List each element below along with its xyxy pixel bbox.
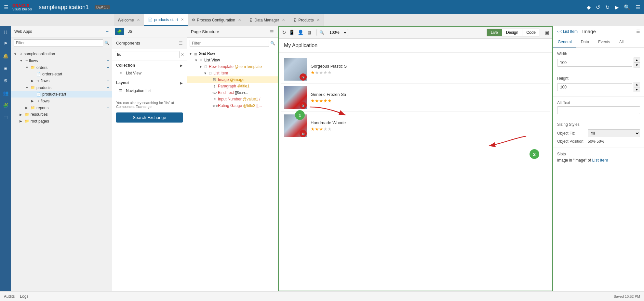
slots-link[interactable]: List Item bbox=[592, 158, 608, 163]
flows-add[interactable]: + bbox=[107, 58, 109, 63]
tab-process-config-close[interactable]: ✕ bbox=[238, 18, 241, 22]
comp-tab-components[interactable]: 🧩 bbox=[115, 28, 124, 35]
tree-item-sampleapplication[interactable]: ▼ 🖥 sampleapplication bbox=[11, 51, 112, 57]
bottom-tab-logs[interactable]: Logs bbox=[20, 294, 28, 299]
menu-icon[interactable]: ☰ bbox=[636, 4, 640, 10]
sidebar-icon-people[interactable]: 👥 bbox=[2, 89, 10, 97]
components-menu-icon[interactable]: ☰ bbox=[179, 41, 183, 46]
comp-item-nav-list[interactable]: ☰ Navigation List bbox=[116, 87, 183, 94]
ps-item-image[interactable]: 🖼 Image @image bbox=[187, 76, 278, 83]
sidebar-icon-gear[interactable]: ⚙ bbox=[2, 77, 9, 85]
ps-item-input-number[interactable]: # Input Number @value1 / bbox=[187, 96, 278, 102]
page-structure-menu-icon[interactable]: ☰ bbox=[270, 29, 274, 34]
tab-welcome[interactable]: Welcome ✕ bbox=[114, 14, 144, 26]
prop-width-down[interactable]: ▼ bbox=[634, 63, 640, 68]
sidebar-filter-input[interactable] bbox=[14, 39, 103, 46]
zoom-dropdown-icon[interactable]: ▼ bbox=[342, 30, 348, 35]
prop-tab-all[interactable]: All bbox=[615, 37, 628, 47]
tab-process-config[interactable]: ⚙ Process Configuration ✕ bbox=[188, 14, 245, 26]
refresh-icon[interactable]: ↻ bbox=[282, 30, 286, 35]
prop-height-input[interactable] bbox=[557, 83, 632, 91]
prop-width-up[interactable]: ▲ bbox=[634, 58, 640, 63]
redo-icon[interactable]: ↻ bbox=[605, 4, 610, 10]
tree-item-flows[interactable]: ▼ ⇢ flows + bbox=[11, 57, 112, 64]
ps-item-paragraph[interactable]: ¶ Paragraph @title1 bbox=[187, 83, 278, 89]
comp-item-list-view[interactable]: ≡ List View bbox=[116, 70, 183, 77]
flows-orders-add[interactable]: + bbox=[107, 78, 109, 83]
preview-sidebar-toggle[interactable]: ▣ bbox=[544, 30, 549, 35]
comp-search-input[interactable] bbox=[115, 51, 180, 58]
ps-item-list-item[interactable]: ▼ ☐ List Item bbox=[187, 70, 278, 76]
sidebar-icon-bell[interactable]: 🔔 bbox=[2, 52, 10, 60]
ps-filter-input[interactable] bbox=[190, 40, 269, 47]
sidebar-icon-puzzle[interactable]: 🧩 bbox=[2, 101, 10, 109]
back-to-list-item[interactable]: ‹ < List Item bbox=[557, 29, 578, 34]
tree-item-flows-orders[interactable]: ▶ ⇢ flows + bbox=[11, 77, 112, 84]
tab-welcome-close[interactable]: ✕ bbox=[137, 18, 140, 22]
comp-section-collection-header[interactable]: Collection ▶ bbox=[116, 63, 183, 68]
prop-tab-events[interactable]: Events bbox=[594, 37, 615, 47]
tree-arrow-flows-orders[interactable]: ▶ bbox=[31, 79, 35, 83]
tree-arrow-products[interactable]: ▼ bbox=[25, 86, 29, 89]
live-mode-button[interactable]: Live bbox=[487, 29, 502, 36]
ps-item-list-view[interactable]: ▼ ≡ List View bbox=[187, 57, 278, 63]
play-icon[interactable]: ▶ bbox=[615, 4, 619, 10]
comp-section-layout-header[interactable]: Layout ▶ bbox=[116, 81, 183, 85]
screen-icon[interactable]: 🖥 bbox=[306, 30, 311, 35]
prop-width-input[interactable] bbox=[557, 59, 632, 67]
bottom-tab-audits[interactable]: Audits bbox=[4, 294, 15, 299]
prop-tab-data[interactable]: Data bbox=[576, 37, 594, 47]
tree-item-reports[interactable]: ▶ 📁 reports + bbox=[11, 104, 112, 111]
flows-products-add[interactable]: + bbox=[107, 98, 109, 103]
user-icon[interactable]: 👤 bbox=[298, 30, 304, 35]
tree-item-orders-start[interactable]: 📄 orders-start bbox=[11, 71, 112, 77]
design-mode-button[interactable]: Design bbox=[502, 29, 522, 36]
tab-products-close[interactable]: ✕ bbox=[317, 18, 320, 22]
sidebar-add-button[interactable]: + bbox=[106, 29, 109, 34]
tab-data-manager[interactable]: 🗄 Data Manager ✕ bbox=[245, 14, 289, 26]
prop-object-fit-select[interactable]: fill contain cover none bbox=[588, 129, 640, 137]
search-icon[interactable]: 🔍 bbox=[624, 4, 630, 10]
ps-item-rating-gauge[interactable]: ★★ Rating Gauge @title2 [[... bbox=[187, 102, 278, 109]
prop-height-up[interactable]: ▲ bbox=[634, 82, 640, 87]
tab-data-manager-close[interactable]: ✕ bbox=[282, 18, 285, 22]
products-add[interactable]: + bbox=[107, 85, 109, 90]
comp-search-clear[interactable]: ✕ bbox=[181, 52, 184, 57]
prop-height-down[interactable]: ▼ bbox=[634, 87, 640, 92]
ps-item-grid-row[interactable]: ▼ ▦ Grid Row bbox=[187, 50, 278, 57]
tree-item-resources[interactable]: ▶ 📁 resources bbox=[11, 111, 112, 118]
tree-item-orders[interactable]: ▼ 📁 orders + bbox=[11, 64, 112, 71]
tree-arrow-sampleapplication[interactable]: ▼ bbox=[14, 52, 18, 56]
prop-alttext-input[interactable] bbox=[557, 106, 640, 114]
tree-item-products[interactable]: ▼ 📁 products + bbox=[11, 84, 112, 91]
phone-icon[interactable]: 📱 bbox=[289, 30, 295, 35]
sidebar-icon-flag[interactable]: ⚑ bbox=[2, 40, 9, 47]
tree-item-products-start[interactable]: 📄 products-start bbox=[11, 91, 112, 98]
undo-icon[interactable]: ↺ bbox=[596, 4, 600, 10]
reports-add[interactable]: + bbox=[107, 105, 109, 110]
sidebar-icon-box[interactable]: ☐ bbox=[2, 114, 9, 122]
tree-arrow-reports[interactable]: ▶ bbox=[25, 106, 29, 110]
diamond-icon[interactable]: ◆ bbox=[587, 4, 591, 10]
ps-item-bind-text[interactable]: </> Bind Text [[$curr... bbox=[187, 89, 278, 96]
tab-products-start[interactable]: 📄 products-start ✕ bbox=[144, 14, 188, 26]
panel-menu-icon[interactable]: ☰ bbox=[636, 29, 640, 34]
comp-tab-js[interactable]: JS bbox=[126, 28, 135, 35]
hamburger-icon[interactable]: ☰ bbox=[4, 4, 8, 10]
prop-tab-general[interactable]: General bbox=[553, 37, 576, 47]
tab-products-start-close[interactable]: ✕ bbox=[181, 18, 184, 22]
sidebar-icon-selector[interactable]: [ ] bbox=[3, 29, 8, 35]
tree-arrow-flows[interactable]: ▼ bbox=[20, 59, 23, 62]
tree-item-root-pages[interactable]: ▶ 📁 root pages + bbox=[11, 118, 112, 124]
tab-products[interactable]: 🗄 Products ✕ bbox=[289, 14, 324, 26]
code-mode-button[interactable]: Code bbox=[522, 29, 540, 36]
tree-arrow-root-pages[interactable]: ▶ bbox=[20, 119, 23, 123]
tree-arrow-orders[interactable]: ▼ bbox=[25, 66, 29, 69]
sidebar-icon-apps[interactable]: ⊞ bbox=[2, 64, 9, 72]
tree-arrow-resources[interactable]: ▶ bbox=[20, 113, 23, 116]
search-exchange-button[interactable]: Search Exchange bbox=[116, 112, 183, 123]
ps-item-row-template[interactable]: ▼ ☐ Row Template @itemTemplate bbox=[187, 63, 278, 70]
tree-item-flows-products[interactable]: ▶ ⇢ flows + bbox=[11, 98, 112, 104]
tree-arrow-flows-products[interactable]: ▶ bbox=[31, 99, 35, 103]
orders-add[interactable]: + bbox=[107, 65, 109, 70]
